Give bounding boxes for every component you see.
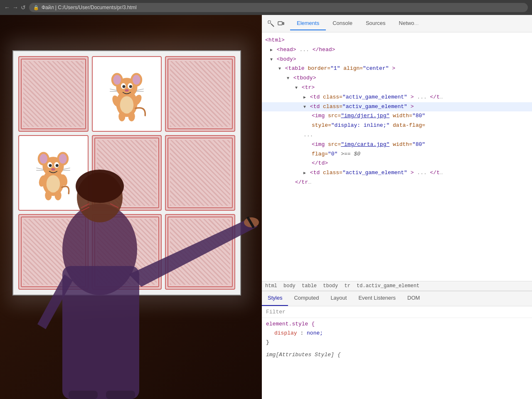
- device-icon[interactable]: [277, 20, 285, 28]
- browser-nav-controls: ← → ↺: [4, 4, 26, 11]
- expand-table-icon: ▼: [278, 66, 281, 71]
- breadcrumb-td[interactable]: td.activ_game_element: [357, 283, 419, 289]
- dom-td2[interactable]: ▼ <td class="activ_game_element" >: [262, 102, 532, 112]
- dom-html[interactable]: <html>: [262, 36, 532, 45]
- tag-body: <body>: [277, 56, 296, 62]
- tag-head-close: </head>: [313, 47, 335, 53]
- val-width1: "80": [412, 113, 425, 119]
- styles-content: Filter element.style { display : none; }: [262, 306, 532, 399]
- dom-td2-close[interactable]: </td>: [262, 159, 532, 168]
- address-bar[interactable]: 🔒 Файл | C:/Users/User/Documents/pr/3.ht…: [29, 3, 528, 12]
- tab-elements[interactable]: Elements: [290, 17, 326, 30]
- back-button[interactable]: ←: [4, 4, 10, 11]
- td1-bracket: >: [411, 94, 414, 100]
- breadcrumb-html[interactable]: html: [265, 283, 277, 289]
- colon-display: :: [300, 330, 307, 336]
- attr-width2: width=: [393, 141, 412, 148]
- refresh-button[interactable]: ↺: [21, 4, 26, 11]
- dom-td1[interactable]: ▶ <td class="activ_game_element" > ... <…: [262, 93, 532, 102]
- style-rule-element: element.style { display : none; }: [262, 318, 532, 349]
- inspect-icon[interactable]: [267, 20, 275, 28]
- browser-chrome: ← → ↺ 🔒 Файл | C:/Users/User/Documents/p…: [0, 0, 532, 15]
- tag-td2: <td: [310, 103, 323, 110]
- tag-td1-close: </t: [430, 94, 440, 100]
- tab-sources[interactable]: Sources: [359, 17, 392, 30]
- val-class-td1: "activ_game_element": [342, 94, 407, 100]
- attr-src1: src=: [328, 113, 341, 119]
- tag-td3: <td: [310, 170, 323, 176]
- breadcrumb-body[interactable]: body: [283, 283, 296, 289]
- svg-point-9: [129, 85, 132, 88]
- svg-rect-49: [278, 22, 282, 25]
- styles-tab-dom[interactable]: DOM: [401, 291, 426, 306]
- val-border: "1": [330, 65, 340, 71]
- tag-table-close-bracket: >: [392, 65, 395, 71]
- head-ellipsis: ...: [299, 47, 312, 53]
- val-src1[interactable]: "img/djeri.jpg": [341, 113, 389, 119]
- person-photo: [0, 111, 262, 399]
- dom-img2[interactable]: <img src="img/carta.jpg" width="80": [262, 140, 532, 150]
- td1-ellipsis: ...: [417, 94, 430, 100]
- val-class-td2: "activ_game_element": [342, 103, 407, 110]
- expand-tr-icon: ▼: [295, 86, 298, 90]
- styles-tab-event-listeners[interactable]: Event Listeners: [352, 291, 401, 306]
- val-src2[interactable]: "img/carta.jpg": [341, 141, 389, 148]
- tab-network[interactable]: Netwo...: [392, 17, 426, 30]
- attr-class-td3: class=: [323, 170, 342, 176]
- svg-point-4: [113, 75, 121, 85]
- tag-table: <table: [285, 65, 308, 71]
- styles-tab-layout[interactable]: Layout: [325, 291, 352, 306]
- val-width2: "80": [412, 141, 425, 148]
- svg-line-16: [110, 89, 117, 90]
- style-close-element: }: [266, 338, 528, 347]
- dom-tr[interactable]: ▼ <tr>: [262, 83, 532, 93]
- tag-tbody: <tbody>: [293, 75, 316, 81]
- dom-tbody[interactable]: ▼ <tbody>: [262, 74, 532, 83]
- collapse-td3-icon: ▶: [303, 171, 306, 175]
- td3-bracket: >: [411, 170, 414, 176]
- dom-table[interactable]: ▼ <table border="1" align="center" >: [262, 64, 532, 74]
- breadcrumb-tr[interactable]: tr: [344, 283, 350, 289]
- svg-point-8: [123, 85, 126, 88]
- dom-ellipsis-row: ...: [262, 131, 532, 140]
- selector-text-element: element.style {: [266, 321, 315, 327]
- dom-img1-style[interactable]: style="display: inline;" data-flag=: [262, 121, 532, 131]
- styles-panel: Styles Computed Layout Event Listeners D…: [262, 291, 532, 399]
- breadcrumb-bar: html body table tbody tr td.activ_game_e…: [262, 281, 532, 291]
- attr-style1: style=: [312, 122, 331, 128]
- dom-td3[interactable]: ▶ <td class="activ_game_element" > ... <…: [262, 168, 532, 178]
- forward-button[interactable]: →: [12, 4, 18, 11]
- attr-align: align=: [343, 65, 363, 71]
- svg-rect-50: [283, 22, 284, 25]
- dom-tr-close-partial[interactable]: </tr…: [262, 178, 532, 187]
- middle-ellipsis: ...: [303, 132, 313, 138]
- svg-rect-47: [106, 391, 135, 399]
- svg-line-18: [136, 89, 143, 90]
- td3-ellipsis: ...: [417, 170, 430, 176]
- val-flag2: "0": [328, 151, 337, 157]
- devtools-panel: Elements Console Sources Netwo... <html>…: [262, 15, 532, 399]
- dom-body[interactable]: ▼ <body>: [262, 55, 532, 64]
- breadcrumb-tbody[interactable]: tbody: [323, 283, 338, 289]
- attr-class-td1: class=: [323, 94, 342, 100]
- tag-tr: <tr>: [302, 84, 315, 91]
- styles-tab-computed[interactable]: Computed: [288, 291, 325, 306]
- collapse-td1-icon: ▶: [303, 95, 306, 100]
- svg-rect-48: [268, 21, 271, 23]
- address-text: Файл | C:/Users/User/Documents/pr/3.html: [42, 5, 137, 10]
- tag-img2: <img: [312, 141, 328, 148]
- devtools-tabs: Elements Console Sources Netwo...: [290, 17, 425, 30]
- value-display: none;: [307, 330, 323, 336]
- style-property-display: display : none;: [266, 329, 528, 338]
- dom-flag-row[interactable]: flag="0" >== $0: [262, 150, 532, 159]
- tag-td3-close: </t: [430, 170, 440, 176]
- attr-src2: src=: [328, 141, 341, 148]
- breadcrumb-table[interactable]: table: [302, 283, 317, 289]
- styles-tab-styles[interactable]: Styles: [262, 291, 288, 306]
- attr-width1: width=: [393, 113, 412, 119]
- style-rule-img: img[Attributes Style] {: [262, 349, 532, 361]
- dom-head[interactable]: ▶ <head> ... </head>: [262, 45, 532, 55]
- tab-console[interactable]: Console: [326, 17, 359, 30]
- dom-img1[interactable]: <img src="img/djeri.jpg" width="80": [262, 111, 532, 121]
- property-display: display: [274, 330, 297, 336]
